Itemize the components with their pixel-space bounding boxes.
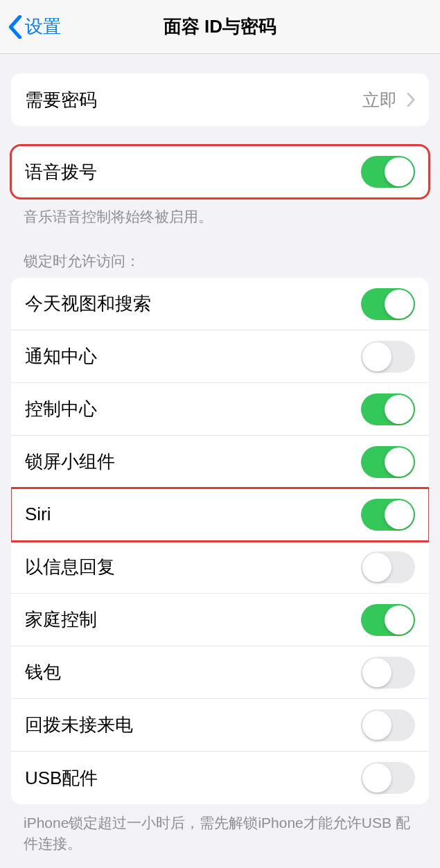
lock-item-toggle[interactable]: [361, 657, 415, 689]
require-passcode-value-text: 立即: [362, 89, 397, 112]
lock-item-label: 今天视图和搜索: [25, 292, 151, 316]
chevron-right-icon: [407, 93, 415, 107]
lock-item-row: USB配件: [11, 752, 429, 804]
voice-dial-row: 语音拨号: [11, 145, 429, 198]
toggle-knob: [362, 711, 391, 740]
toggle-knob: [385, 605, 414, 635]
lock-item-row: 今天视图和搜索: [11, 278, 429, 330]
lock-item-toggle[interactable]: [361, 288, 415, 320]
lock-item-label: Siri: [25, 504, 51, 525]
lock-section-footer: iPhone锁定超过一小时后，需先解锁iPhone才能允许USB 配件连接。: [0, 804, 440, 853]
lock-item-toggle[interactable]: [361, 604, 415, 636]
lock-item-toggle[interactable]: [361, 709, 415, 741]
toggle-knob: [362, 342, 391, 371]
back-button[interactable]: 设置: [8, 15, 61, 39]
lock-item-label: 回拨未接来电: [25, 713, 133, 737]
voice-dial-footer: 音乐语音控制将始终被启用。: [0, 198, 440, 227]
back-label: 设置: [25, 15, 61, 39]
toggle-knob: [385, 448, 414, 477]
lock-section-header: 锁定时允许访问：: [0, 251, 440, 278]
toggle-knob: [385, 290, 414, 319]
toggle-knob: [362, 553, 391, 582]
chevron-left-icon: [8, 15, 22, 39]
lock-item-label: 家庭控制: [25, 608, 97, 632]
toggle-knob: [385, 157, 414, 186]
lock-item-row: 钱包: [11, 646, 429, 699]
toggle-knob: [385, 395, 414, 424]
lock-item-toggle[interactable]: [361, 551, 415, 583]
lock-item-toggle[interactable]: [361, 762, 415, 794]
toggle-knob: [362, 763, 391, 792]
lock-item-label: 通知中心: [25, 344, 97, 369]
lock-item-toggle[interactable]: [361, 341, 415, 373]
lock-item-label: 钱包: [25, 660, 61, 684]
lock-item-row: 回拨未接来电: [11, 699, 429, 752]
require-passcode-row[interactable]: 需要密码 立即: [11, 73, 429, 126]
lock-item-label: USB配件: [25, 766, 98, 790]
lock-item-row: 家庭控制: [11, 594, 429, 646]
lock-item-toggle[interactable]: [361, 446, 415, 478]
voice-dial-group: 语音拨号: [11, 145, 429, 198]
lock-item-label: 控制中心: [25, 397, 97, 421]
toggle-knob: [362, 658, 391, 687]
require-passcode-value: 立即: [362, 89, 415, 112]
nav-header: 设置 面容 ID与密码: [0, 0, 440, 54]
lock-item-label: 锁屏小组件: [25, 450, 115, 474]
toggle-knob: [385, 500, 414, 529]
lock-access-group: 今天视图和搜索通知中心控制中心锁屏小组件Siri以信息回复家庭控制钱包回拨未接来…: [11, 278, 429, 804]
lock-item-row: 以信息回复: [11, 541, 429, 594]
require-passcode-label: 需要密码: [25, 88, 97, 112]
require-passcode-group: 需要密码 立即: [11, 73, 429, 126]
lock-item-label: 以信息回复: [25, 555, 115, 579]
lock-item-row: Siri: [11, 488, 429, 541]
lock-item-row: 控制中心: [11, 383, 429, 436]
voice-dial-label: 语音拨号: [25, 160, 97, 184]
page-title: 面容 ID与密码: [164, 15, 276, 39]
lock-item-toggle[interactable]: [361, 499, 415, 531]
lock-item-row: 锁屏小组件: [11, 436, 429, 488]
lock-item-row: 通知中心: [11, 330, 429, 383]
lock-item-toggle[interactable]: [361, 393, 415, 425]
voice-dial-toggle[interactable]: [361, 156, 415, 188]
